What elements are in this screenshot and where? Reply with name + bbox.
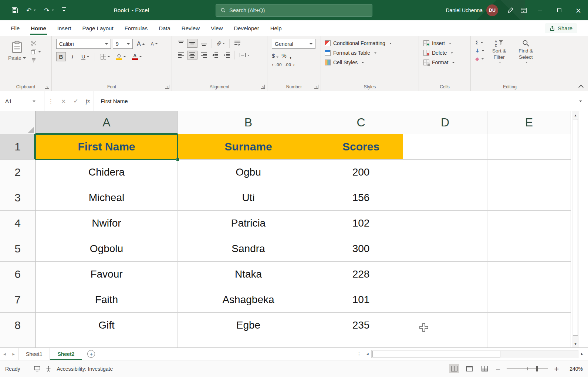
cell-e7[interactable] [487,287,571,313]
autosum-button[interactable]: Σ [475,40,484,45]
row-header-2[interactable]: 2 [0,160,36,185]
column-header-b[interactable]: B [178,111,319,134]
sheet-tab-sheet2[interactable]: Sheet2 [50,348,82,360]
menu-tab-page-layout[interactable]: Page Layout [77,22,119,35]
accounting-format-button[interactable]: $ [272,52,278,59]
name-box[interactable] [0,91,44,111]
cell-a2[interactable]: Chidera [36,160,178,185]
menu-tab-formulas[interactable]: Formulas [119,22,153,35]
increase-font-size-button[interactable]: A [135,40,147,48]
cell-b5[interactable]: Sandra [178,236,319,262]
align-middle-button[interactable] [187,39,197,48]
cell-styles-button[interactable]: Cell Styles [323,58,365,67]
cell-d6[interactable] [403,262,487,287]
cell-b8[interactable]: Egbe [178,313,319,338]
zoom-out-button[interactable]: − [495,365,501,373]
font-size-combobox[interactable]: 9 [113,39,133,49]
italic-button[interactable]: I [68,52,77,61]
scroll-down-button[interactable]: ▾ [572,340,579,347]
search-box[interactable] [216,4,372,17]
sheet-tab-sheet1[interactable]: Sheet1 [18,348,50,360]
conditional-formatting-button[interactable]: Conditional Formatting [323,39,393,48]
sheet-nav-left-button[interactable]: ◂ [0,348,9,360]
row-header-7[interactable]: 7 [0,287,36,313]
redo-button[interactable]: ↷ [41,4,57,16]
ribbon-display-options-button[interactable] [517,5,530,16]
zoom-slider-thumb[interactable] [536,366,538,371]
tab-splitter-handle[interactable]: ⋮ [354,348,364,360]
cell-c3[interactable]: 156 [319,185,403,211]
cell-c4[interactable]: 102 [319,211,403,236]
row-header-1[interactable]: 1 [0,134,36,160]
cell-c8[interactable]: 235 [319,313,403,338]
minimize-button[interactable] [530,0,550,20]
orientation-button[interactable]: ab [214,39,227,47]
borders-button[interactable] [98,53,112,61]
cell-c7[interactable]: 101 [319,287,403,313]
font-dialog-launcher-icon[interactable] [165,85,169,89]
wrap-text-button[interactable] [232,39,243,48]
menu-tab-insert[interactable]: Insert [52,22,77,35]
cell-b4[interactable]: Patricia [178,211,319,236]
new-sheet-button[interactable]: + [87,350,95,358]
cell-b3[interactable]: Uti [178,185,319,211]
accessibility-icon[interactable] [45,366,51,372]
bold-button[interactable]: B [56,52,66,61]
cell-d7[interactable] [403,287,487,313]
cell-b2[interactable]: Ogbu [178,160,319,185]
underline-button[interactable]: U [79,52,91,61]
row-header-6[interactable]: 6 [0,262,36,287]
cell-b7[interactable]: Ashagbeka [178,287,319,313]
fill-button[interactable]: ↓ [475,48,484,54]
row-header-3[interactable]: 3 [0,185,36,211]
cell-e5[interactable] [487,236,571,262]
cell-a1[interactable]: First Name [36,134,178,160]
row-header-9[interactable] [0,338,36,347]
menu-tab-file[interactable]: File [5,22,25,35]
decrease-font-size-button[interactable]: A [149,40,160,48]
clear-button[interactable]: ◆ [475,56,484,62]
fill-handle[interactable] [176,158,179,161]
cell-e3[interactable] [487,185,571,211]
fill-color-button[interactable] [114,53,128,61]
zoom-slider[interactable] [507,368,548,369]
share-button[interactable]: Share [545,23,577,33]
menu-tab-help[interactable]: Help [265,22,287,35]
number-format-combobox[interactable]: General [272,39,315,49]
cell-a4[interactable]: Nwifor [36,211,178,236]
sort-filter-button[interactable]: AZ Sort & Filter [486,39,512,82]
cell-b1[interactable]: Surname [178,134,319,160]
formula-content[interactable]: First Name [94,91,572,111]
column-header-d[interactable]: D [403,111,487,134]
insert-function-button[interactable]: fx [82,91,94,111]
menu-tab-developer[interactable]: Developer [228,22,264,35]
cell-e1[interactable] [487,134,571,160]
horizontal-scrollbar[interactable]: ◂ ▸ [364,348,586,360]
column-header-c[interactable]: C [319,111,403,134]
cell-a9[interactable] [36,338,178,347]
cell-a5[interactable]: Ogbolu [36,236,178,262]
vertical-scrollbar[interactable]: ▴ ▾ [572,111,579,347]
cut-button[interactable] [30,40,41,46]
view-normal-button[interactable] [449,364,459,373]
view-page-layout-button[interactable] [464,364,474,373]
scroll-up-button[interactable]: ▴ [572,111,579,119]
cell-d3[interactable] [403,185,487,211]
cell-a8[interactable]: Gift [36,313,178,338]
clipboard-dialog-launcher-icon[interactable] [45,85,49,89]
horizontal-scroll-track[interactable] [371,350,579,358]
cell-c9[interactable] [319,338,403,347]
macro-record-icon[interactable] [34,366,40,371]
percent-style-button[interactable]: % [281,52,286,59]
cell-d8[interactable] [403,313,487,338]
cancel-entry-button[interactable]: × [57,91,70,111]
align-top-button[interactable] [176,39,186,48]
customize-quick-access-toolbar-button[interactable] [59,7,70,14]
user-name[interactable]: Daniel Uchenna [446,7,483,13]
cell-c2[interactable]: 200 [319,160,403,185]
cell-d2[interactable] [403,160,487,185]
format-as-table-button[interactable]: Format as Table [323,48,378,57]
cell-c5[interactable]: 300 [319,236,403,262]
cell-a6[interactable]: Favour [36,262,178,287]
cell-c6[interactable]: 228 [319,262,403,287]
